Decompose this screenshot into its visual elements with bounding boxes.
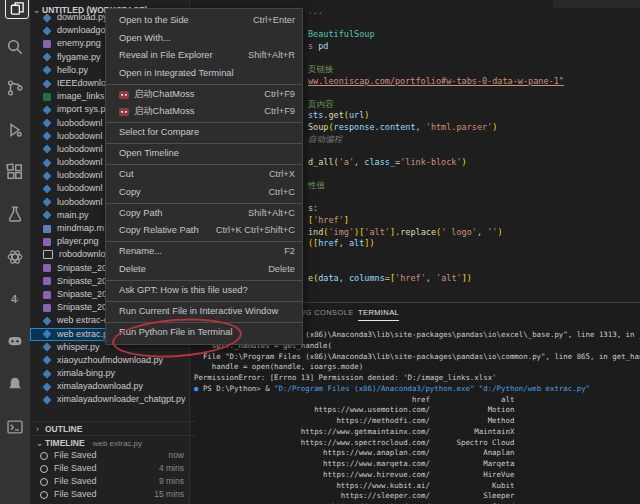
- menu-item-label: Open to the Side: [119, 12, 243, 30]
- timeline-dot-icon: [40, 478, 48, 486]
- timeline-label: TIMELINE: [45, 438, 85, 448]
- run-debug-icon[interactable]: [6, 121, 24, 139]
- timeline-item[interactable]: File Savednow: [30, 449, 190, 462]
- file-name: import sys.p: [57, 103, 106, 116]
- img-file-icon: [43, 238, 51, 246]
- code-line: [308, 52, 564, 64]
- menu-item[interactable]: Reveal in File ExplorerShift+Alt+R: [106, 47, 302, 65]
- menu-item[interactable]: CutCtrl+X: [106, 166, 302, 184]
- terminal-line: handle = open(handle, ioargs.mode): [190, 362, 640, 373]
- code-line: 页内容: [308, 99, 564, 111]
- timeline-item-time: now: [168, 449, 184, 462]
- txt-file-icon: [43, 250, 53, 259]
- timeline-item[interactable]: File Saved9 mins: [30, 475, 190, 488]
- menu-item[interactable]: Open to the SideCtrl+Enter: [106, 12, 302, 30]
- bell-icon[interactable]: [6, 375, 24, 393]
- menu-item[interactable]: Copy Relative PathCtrl+K Ctrl+Shift+C: [106, 222, 302, 240]
- code-line: ['href']: [308, 215, 564, 227]
- menu-separator: [106, 84, 302, 85]
- menu-item[interactable]: Run Current File in Interactive Window: [106, 303, 302, 321]
- py-file-icon: [42, 171, 51, 180]
- menu-item-shortcut: Ctrl+C: [268, 184, 295, 202]
- file-name: flygame.py: [57, 51, 101, 64]
- file-name: downloadgo: [57, 24, 106, 37]
- file-name: robodownlo: [59, 248, 106, 261]
- file-name: Snipaste_202: [57, 262, 112, 275]
- menu-item[interactable]: 启动ChatMossCtrl+F9: [106, 86, 302, 104]
- timeline-item[interactable]: File Saved15 mins: [30, 488, 190, 501]
- extensions-icon[interactable]: [6, 163, 24, 181]
- terminal-output: File "D:\Program Files (x86)\Anaconda3\l…: [190, 330, 640, 504]
- menu-item[interactable]: Open in Integrated Terminal: [106, 65, 302, 83]
- menu-item-shortcut: Ctrl+K Ctrl+Shift+C: [216, 222, 295, 240]
- code-line: [308, 145, 564, 157]
- menu-item[interactable]: Copy PathShift+Alt+C: [106, 205, 302, 223]
- search-icon[interactable]: [6, 38, 24, 56]
- menu-item-label: Copy: [119, 184, 258, 202]
- file-item[interactable]: ximalayadownloader_chatgpt.py: [30, 393, 190, 406]
- py-file-icon: [42, 105, 51, 114]
- timeline-section-header[interactable]: ⌄TIMELINEweb extrac.py: [30, 435, 196, 450]
- timeline-item-label: File Saved: [54, 449, 168, 462]
- editor-code: ... BeautifulSoups pd 页链接ww.leoniscap.co…: [308, 6, 564, 285]
- terminal-line: PermissionError: [Errno 13] Permission d…: [190, 373, 640, 384]
- menu-item[interactable]: CopyCtrl+C: [106, 184, 302, 202]
- file-name: hello.py: [57, 64, 88, 77]
- terminal-line: File "D:\Program Files (x86)\Anaconda3\l…: [190, 352, 640, 363]
- terminal-line: https://www.hirevue.com/ HireVue: [190, 470, 640, 481]
- code-line: [308, 169, 564, 181]
- terminal-line: https://www.kubit.ai/ Kubit: [190, 481, 640, 492]
- menu-item[interactable]: Open Timeline: [106, 145, 302, 163]
- file-name: luobodownl: [57, 196, 103, 209]
- openai-icon[interactable]: [6, 248, 24, 266]
- code-line: ww.leoniscap.com/portfolio#w-tabs-0-data…: [308, 76, 564, 88]
- terminal-line: https://www.getmaintainx.com/ MaintainX: [190, 427, 640, 438]
- code-line: 性值: [308, 180, 564, 192]
- py-file-icon: [42, 396, 51, 405]
- file-item[interactable]: ximalayadownload.py: [30, 380, 190, 393]
- file-name: ximalayadownload.py: [57, 380, 143, 393]
- py-file-icon: [42, 145, 51, 154]
- menu-item[interactable]: Rename...F2: [106, 243, 302, 261]
- file-name: web extrac-c: [57, 314, 108, 327]
- menu-item[interactable]: Select for Compare: [106, 124, 302, 142]
- timeline-item[interactable]: File Saved4 mins: [30, 462, 190, 475]
- file-name: Snipaste_202: [57, 275, 112, 288]
- menu-separator: [106, 280, 302, 281]
- menu-separator: [106, 301, 302, 302]
- terminal-line: https://www.spectrocloud.com/ Spectro Cl…: [190, 438, 640, 449]
- source-control-icon[interactable]: [6, 79, 24, 97]
- testing-icon[interactable]: [6, 205, 24, 223]
- menu-item[interactable]: DeleteDelete: [106, 261, 302, 279]
- menu-item[interactable]: Ask GPT: How is this file used?: [106, 282, 302, 300]
- file-item[interactable]: ximala-bing.py: [30, 367, 190, 380]
- terminal-icon[interactable]: [6, 418, 24, 436]
- py-file-icon: [42, 13, 51, 22]
- outline-section-header[interactable]: ›OUTLINE: [30, 421, 196, 436]
- chatmoss-icon: [119, 91, 129, 99]
- activity-bar: 4:: [0, 0, 30, 504]
- file-name: luobodownl: [57, 117, 103, 130]
- file-name: whisper.py: [57, 341, 100, 354]
- menu-item[interactable]: Open With...: [106, 30, 302, 48]
- menu-item-shortcut: Delete: [268, 261, 295, 279]
- img-file-icon: [43, 40, 51, 48]
- code-line: Soup(response.content, 'html.parser'): [308, 122, 564, 134]
- menu-item-label: Run Current File in Interactive Window: [119, 303, 295, 321]
- file-name: main.py: [57, 209, 89, 222]
- menu-item-label: 启动ChatMoss: [134, 103, 254, 121]
- menu-separator: [106, 241, 302, 242]
- minimap-strip: [553, 0, 640, 8]
- tab-terminal[interactable]: TERMINAL: [358, 306, 399, 321]
- menu-item-shortcut: F2: [284, 243, 295, 261]
- terminal-line: ● PS D:\Python> & "D:/Program Files (x86…: [190, 384, 640, 395]
- 4dots-icon[interactable]: 4:: [6, 290, 24, 308]
- file-name: image_links.: [57, 90, 107, 103]
- timeline-item-time: 15 mins: [154, 488, 184, 501]
- terminal-line: https://methodfi.com/ Method: [190, 416, 640, 427]
- discord-icon[interactable]: [6, 332, 24, 350]
- menu-item[interactable]: 启动ChatMossCtrl+F9: [106, 103, 302, 121]
- chevron-right-icon: ›: [36, 422, 45, 436]
- timeline-dot-icon: [40, 465, 48, 473]
- explorer-icon[interactable]: [5, 0, 29, 19]
